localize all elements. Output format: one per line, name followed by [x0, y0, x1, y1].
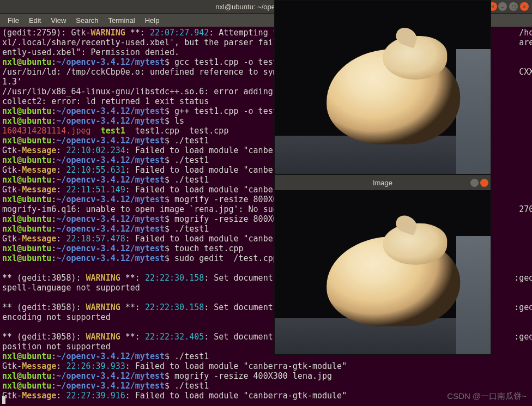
- menu-edit[interactable]: Edit: [25, 15, 45, 26]
- minimize-icon[interactable]: [470, 179, 479, 187]
- image-window-2-controls: [470, 179, 488, 187]
- maximize-icon[interactable]: ◻: [509, 2, 518, 11]
- menu-file[interactable]: File: [3, 15, 23, 26]
- terminal-cursor: [2, 396, 5, 404]
- image-window-2-titlebar: Image: [275, 175, 491, 190]
- menu-terminal[interactable]: Terminal: [104, 15, 140, 26]
- image-window-2[interactable]: Image: [274, 174, 491, 355]
- watermark: CSDN @一口南瓜饼~: [447, 391, 527, 402]
- close-icon[interactable]: ×: [520, 2, 529, 11]
- menu-help[interactable]: Help: [141, 15, 164, 26]
- menu-view[interactable]: View: [46, 15, 70, 26]
- close-icon[interactable]: [480, 179, 488, 187]
- menu-search[interactable]: Search: [71, 15, 102, 26]
- image-window-controls-1: – ◻ ×: [498, 2, 532, 11]
- image-content-2: [275, 190, 491, 354]
- image-content-1: [275, 1, 491, 174]
- image-window-2-title: Image: [373, 179, 392, 187]
- image-window-1[interactable]: [274, 0, 491, 174]
